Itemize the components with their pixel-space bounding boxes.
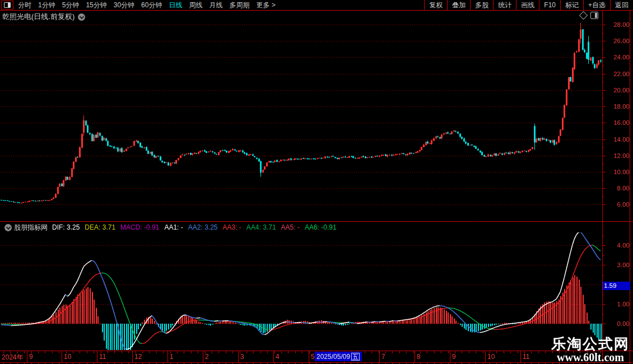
month-label-12[interactable]: 12 — [134, 353, 142, 361]
month-label-1[interactable]: 1 — [170, 353, 174, 361]
tab-30分钟[interactable]: 30分钟 — [110, 1, 138, 10]
chart-corner-icons — [580, 12, 598, 19]
month-label-5[interactable]: 5 — [311, 353, 315, 361]
tab-多周期[interactable]: 多周期 — [226, 1, 253, 10]
price-tick-label: 26.00 — [604, 38, 630, 44]
tab-分时[interactable]: 分时 — [15, 1, 35, 10]
indicator-field: DIF: 3.25 — [52, 223, 80, 231]
diamond-marker-icon[interactable] — [579, 11, 588, 20]
toolbar-button-F10[interactable]: F10 — [539, 0, 560, 10]
cursor-weekday: 五 — [351, 353, 360, 361]
watermark-site-name: 乐淘公式网 — [551, 336, 630, 352]
split-window-icon — [4, 2, 11, 8]
symbol-title: 乾照光电(日线.前复权) — [2, 12, 75, 22]
indicator-tick-label: 3.00 — [604, 262, 630, 268]
indicator-header: 股朋指标网 DIF: 3.25DEA: 3.71MACD: -0.91AA1: … — [1, 223, 342, 232]
price-tick-label: 20.00 — [604, 87, 630, 94]
toolbar-actions: 复权叠加多股统计画线F10标记+自选返回 — [424, 0, 633, 10]
tab-1分钟[interactable]: 1分钟 — [35, 1, 59, 10]
indicator-field: AA3: - — [223, 223, 241, 231]
watermark-site-url: www.60lt.com — [551, 352, 630, 363]
tab-日线[interactable]: 日线 — [165, 1, 185, 10]
month-label-4[interactable]: 4 — [276, 353, 280, 361]
watermark: 乐淘公式网 www.60lt.com — [551, 336, 630, 363]
indicator-field: DEA: 3.71 — [85, 223, 115, 231]
date-axis: 2024年 2025/05/09 五 91011121234567891011 — [0, 351, 633, 363]
indicator-field: AA4: 3.71 — [246, 223, 276, 231]
month-label-10[interactable]: 10 — [64, 353, 71, 361]
trading-terminal: 分时1分钟5分钟15分钟30分钟60分钟日线周线月线多周期更多 > 复权叠加多股… — [0, 0, 633, 364]
month-label-7[interactable]: 7 — [381, 353, 385, 361]
month-label-11[interactable]: 11 — [99, 353, 106, 361]
toolbar-button-复权[interactable]: 复权 — [424, 0, 447, 10]
year-label: 2024年 — [2, 353, 24, 362]
month-label-8[interactable]: 8 — [417, 353, 421, 361]
indicator-field: AA2: 3.25 — [188, 223, 218, 231]
indicator-field: AA6: -0.91 — [305, 223, 337, 231]
cursor-date-badge: 2025/05/09 五 — [315, 352, 362, 361]
indicator-name: 股朋指标网 — [14, 223, 48, 232]
toolbar-button-叠加[interactable]: 叠加 — [447, 0, 470, 10]
price-tick-label: 12.00 — [604, 152, 630, 159]
month-label-2[interactable]: 2 — [205, 353, 209, 361]
price-tick-label: 18.00 — [604, 103, 630, 110]
indicator-field: AA5: - — [281, 223, 300, 231]
price-tick-label: 6.00 — [604, 201, 630, 208]
toolbar-button-标记[interactable]: 标记 — [560, 0, 583, 10]
tab-月线[interactable]: 月线 — [206, 1, 226, 10]
split-window-icon[interactable] — [590, 12, 598, 19]
chevron-down-icon[interactable] — [4, 224, 12, 231]
tab-更多 >[interactable]: 更多 > — [253, 1, 278, 10]
toolbar-button-画线[interactable]: 画线 — [516, 0, 539, 10]
period-tabs: 分时1分钟5分钟15分钟30分钟60分钟日线周线月线多周期更多 > — [0, 0, 279, 10]
symbol-title-bar: 乾照光电(日线.前复权) — [2, 12, 85, 22]
price-tick-label: 28.00 — [604, 21, 630, 28]
tab-5分钟[interactable]: 5分钟 — [59, 1, 83, 10]
indicator-tick-label: 4.00 — [604, 242, 630, 249]
indicator-field: AA1: - — [164, 223, 183, 231]
cursor-date: 2025/05/09 — [316, 353, 350, 361]
month-label-11[interactable]: 11 — [523, 353, 529, 361]
chevron-down-icon[interactable] — [78, 13, 85, 21]
price-tick-label: 22.00 — [604, 71, 630, 77]
toolbar-button-多股[interactable]: 多股 — [470, 0, 493, 10]
toolbar-button-返回[interactable]: 返回 — [610, 0, 633, 10]
tab-15分钟[interactable]: 15分钟 — [82, 1, 110, 10]
price-tick-label: 24.00 — [604, 54, 630, 60]
price-tick-label: 14.00 — [604, 136, 630, 143]
month-label-10[interactable]: 10 — [487, 353, 495, 361]
toolbar-button-+自选[interactable]: +自选 — [583, 0, 610, 10]
toolbar-button-统计[interactable]: 统计 — [493, 0, 516, 10]
indicator-tick-label: 0.00 — [604, 320, 630, 327]
month-label-9[interactable]: 9 — [452, 353, 456, 361]
indicator-tick-label: 1.00 — [604, 301, 630, 307]
tab-周线[interactable]: 周线 — [185, 1, 206, 10]
price-tick-label: 16.00 — [604, 119, 630, 126]
month-label-3[interactable]: 3 — [240, 353, 244, 361]
price-tick-label: 10.00 — [604, 169, 630, 175]
layout-toggle-button[interactable] — [1, 1, 13, 10]
price-and-indicator-canvas[interactable] — [0, 0, 633, 364]
month-label-9[interactable]: 9 — [29, 353, 33, 361]
indicator-field: MACD: -0.91 — [120, 223, 159, 231]
tab-60分钟[interactable]: 60分钟 — [138, 1, 165, 10]
indicator-current-value-badge: 1.59 — [603, 282, 630, 290]
top-toolbar: 分时1分钟5分钟15分钟30分钟60分钟日线周线月线多周期更多 > 复权叠加多股… — [0, 0, 633, 11]
price-tick-label: 8.00 — [604, 185, 630, 192]
